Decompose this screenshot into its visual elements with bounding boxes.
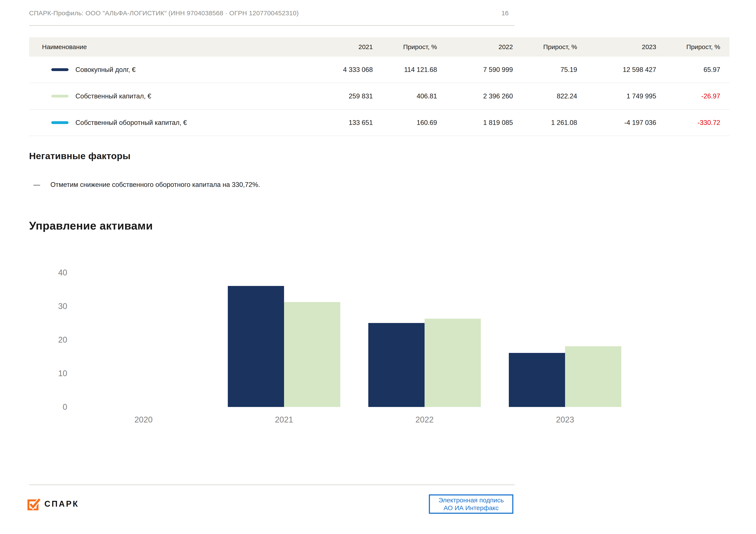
column-header-growth-2: Прирост, %: [513, 43, 577, 51]
series-color-swatch: [51, 95, 68, 97]
value-cell: 114 121.68: [373, 66, 437, 74]
chart-bar: [228, 286, 284, 407]
signature-line-1: Электронная подпись: [438, 496, 504, 504]
asset-management-heading: Управление активами: [29, 219, 153, 232]
x-axis-label: 2020: [111, 415, 176, 425]
column-header-2023: 2023: [577, 43, 656, 51]
column-header-growth-1: Прирост, %: [373, 43, 437, 51]
header-divider: [29, 25, 515, 26]
value-cell: -330.72: [656, 119, 729, 127]
row-label-cell: Собственный оборотный капитал, €: [29, 119, 308, 127]
y-axis-label: 40: [0, 268, 67, 277]
row-label-cell: Совокупный долг, €: [29, 66, 308, 74]
footer-divider: [29, 484, 515, 485]
series-color-swatch: [51, 68, 68, 71]
value-cell: 406.81: [373, 92, 437, 100]
column-header-name: Наименование: [29, 43, 308, 51]
value-cell: 7 590 999: [437, 66, 513, 74]
electronic-signature-badge: Электронная подпись АО ИА Интерфакс: [429, 495, 513, 514]
chart-bar: [368, 323, 424, 407]
value-cell: 4 333 068: [308, 66, 373, 74]
chart-bar: [424, 319, 481, 407]
value-cell: -4 197 036: [577, 119, 656, 127]
series-color-swatch: [51, 121, 68, 124]
value-cell: 2 396 260: [437, 92, 513, 100]
chart-bar: [509, 353, 565, 407]
value-cell: 822.24: [513, 92, 577, 100]
value-cell: 1 749 995: [577, 92, 656, 100]
x-axis-label: 2021: [252, 415, 316, 425]
value-cell: 160.69: [373, 119, 437, 127]
table-row: Собственный капитал, €259 831406.812 396…: [29, 83, 729, 110]
value-cell: 65.97: [656, 66, 729, 74]
negative-factor-item: — Отметим снижение собственного оборотно…: [33, 181, 260, 189]
value-cell: 12 598 427: [577, 66, 656, 74]
x-axis-label: 2022: [392, 415, 457, 425]
spark-logo: СПАРК: [27, 497, 79, 510]
y-axis-label: 0: [0, 402, 67, 412]
chart-bar: [284, 302, 340, 407]
bullet-dash: —: [33, 181, 40, 189]
value-cell: 133 651: [308, 119, 373, 127]
spark-logo-text: СПАРК: [44, 499, 79, 509]
negative-factors-heading: Негативные факторы: [29, 151, 131, 161]
row-label: Собственный оборотный капитал, €: [75, 119, 187, 127]
x-axis-label: 2023: [533, 415, 597, 425]
page-number: 16: [487, 10, 509, 17]
document-header-title: СПАРК-Профиль: ООО "АЛЬФА-ЛОГИСТИК" (ИНН…: [29, 10, 299, 17]
signature-line-2: АО ИА Интерфакс: [444, 504, 499, 512]
column-header-2022: 2022: [437, 43, 513, 51]
y-axis-label: 30: [0, 301, 67, 311]
y-axis-label: 20: [0, 335, 67, 344]
financial-indicators-table: Наименование 2021 Прирост, % 2022 Прирос…: [29, 37, 729, 136]
row-label: Собственный капитал, €: [75, 92, 151, 100]
table-row: Собственный оборотный капитал, €133 6511…: [29, 110, 729, 136]
column-header-growth-3: Прирост, %: [656, 43, 729, 51]
spark-checkbox-icon: [27, 497, 41, 510]
table-header-row: Наименование 2021 Прирост, % 2022 Прирос…: [29, 37, 729, 57]
value-cell: 1 261.08: [513, 119, 577, 127]
chart-bar: [565, 346, 621, 407]
row-label: Совокупный долг, €: [75, 66, 136, 74]
column-header-2021: 2021: [308, 43, 373, 51]
value-cell: -26.97: [656, 92, 729, 100]
y-axis-label: 10: [0, 369, 67, 378]
spark-report-page: { "page": { "header_title": "СПАРК-Профи…: [0, 0, 756, 534]
value-cell: 75.19: [513, 66, 577, 74]
value-cell: 1 819 085: [437, 119, 513, 127]
table-body: Совокупный долг, €4 333 068114 121.687 5…: [29, 57, 729, 136]
bullet-text: Отметим снижение собственного оборотного…: [50, 181, 260, 189]
table-row: Совокупный долг, €4 333 068114 121.687 5…: [29, 57, 729, 83]
row-label-cell: Собственный капитал, €: [29, 92, 308, 100]
value-cell: 259 831: [308, 92, 373, 100]
